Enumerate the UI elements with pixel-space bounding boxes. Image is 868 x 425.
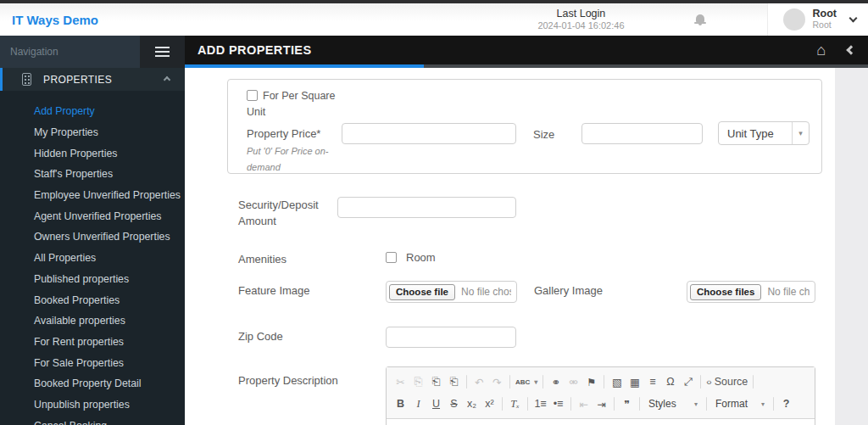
special-character-icon[interactable]: Ω <box>663 373 677 390</box>
sidebar-item[interactable]: Booked Property Detail <box>0 373 185 394</box>
toolbar-separator <box>614 397 615 411</box>
strikethrough-icon[interactable]: S <box>447 395 461 412</box>
choose-files-button[interactable]: Choose files <box>690 284 761 300</box>
outdent-icon[interactable]: ⇤ <box>576 395 591 412</box>
sidebar-item[interactable]: Booked Properties <box>0 289 185 310</box>
home-icon[interactable]: ⌂ <box>816 42 826 58</box>
format-dropdown[interactable]: Format <box>712 395 768 412</box>
sidebar-item[interactable]: Available properties <box>0 310 185 332</box>
numbered-list-icon[interactable]: 1≡ <box>533 395 548 412</box>
building-icon <box>22 73 31 86</box>
toolbar-separator <box>502 397 503 411</box>
app-header: IT Ways Demo Last Login 2024-01-04 16:02… <box>0 3 868 36</box>
sidebar-item[interactable]: My Properties <box>0 122 185 143</box>
sidebar-navigation-header: Navigation <box>0 36 140 68</box>
chevron-left-icon[interactable] <box>846 45 855 54</box>
choose-file-button[interactable]: Choose file <box>389 284 455 300</box>
dropdown-caret-icon <box>792 122 809 144</box>
sidebar-item[interactable]: Unpublish properties <box>0 394 185 416</box>
sidebar-item[interactable]: Add Property <box>0 101 185 122</box>
paste-from-word-icon[interactable]: ⎗ <box>447 373 461 390</box>
toolbar-separator <box>773 397 774 411</box>
indent-icon[interactable]: ⇥ <box>594 395 609 412</box>
sidebar-items: Add PropertyMy PropertiesHidden Properti… <box>0 91 185 425</box>
undo-icon[interactable]: ↶ <box>472 373 487 390</box>
sidebar-item[interactable]: For Sale Properties <box>0 352 185 373</box>
bell-icon[interactable] <box>694 14 706 25</box>
sidebar-toggle-button[interactable] <box>140 36 185 68</box>
bullet-list-icon[interactable]: •≡ <box>551 395 565 412</box>
last-login-label: Last Login <box>537 8 624 20</box>
redo-icon[interactable]: ↷ <box>490 373 504 390</box>
navigation-title: Navigation <box>10 46 58 58</box>
gallery-image-file-input[interactable]: Choose files No file chosen <box>687 281 815 303</box>
feature-image-file-input[interactable]: Choose file No file chosen <box>386 281 517 303</box>
unit-type-select[interactable]: Unit Type <box>718 121 810 145</box>
editor-toolbar-row-2: BIUSx₂x²Tₓ1≡•≡⇤⇥❞StylesFormat? <box>392 393 810 415</box>
italic-icon[interactable]: I <box>411 395 426 412</box>
zip-code-input[interactable] <box>386 327 516 348</box>
underline-icon[interactable]: U <box>429 395 443 412</box>
styles-dropdown[interactable]: Styles <box>645 395 701 412</box>
sidebar-item[interactable]: Published properties <box>0 269 185 290</box>
right-gutter <box>835 68 868 425</box>
main-content: For Per Square Unit Property Price* Put … <box>185 68 868 425</box>
deposit-input[interactable] <box>337 197 516 218</box>
sidebar-section-properties[interactable]: PROPERTIES <box>0 68 185 91</box>
file-status: No file chosen <box>767 286 810 298</box>
editor-toolbar: ✂⎘⎗⎗↶↷ABC⚭⚮⚑▧▦≡Ω⤢Source BIUSx₂x²Tₓ1≡•≡⇤⇥… <box>387 367 815 419</box>
chevron-down-icon <box>849 14 858 23</box>
checkbox-icon[interactable] <box>386 252 397 263</box>
size-label: Size <box>533 126 554 143</box>
link-icon[interactable]: ⚭ <box>548 373 563 390</box>
toolbar-separator <box>466 375 467 389</box>
sidebar-item[interactable]: Cancel Booking <box>0 415 185 425</box>
bold-icon[interactable]: B <box>393 395 408 412</box>
blockquote-icon[interactable]: ❞ <box>620 395 634 412</box>
zip-code-label: Zip Code <box>238 328 283 344</box>
user-name: Root <box>813 8 837 20</box>
sidebar-section-label: PROPERTIES <box>43 74 112 86</box>
about-icon[interactable]: ? <box>779 395 793 412</box>
source-button[interactable]: Source <box>706 373 748 390</box>
property-price-input[interactable] <box>342 123 516 144</box>
sidebar-item[interactable]: Staff's Properties <box>0 164 185 185</box>
horizontal-rule-icon[interactable]: ≡ <box>645 373 659 390</box>
checkbox-icon[interactable] <box>247 90 258 101</box>
remove-format-icon[interactable]: Tₓ <box>508 395 522 412</box>
sidebar-item[interactable]: For Rent properties <box>0 332 185 353</box>
amenity-room-label: Room <box>406 251 436 264</box>
page-header: ADD PROPERTIES ⌂ <box>185 36 868 68</box>
sidebar-item[interactable]: Hidden Properties <box>0 143 185 164</box>
file-status: No file chosen <box>461 286 511 298</box>
brand-logo[interactable]: IT Ways Demo <box>0 13 98 27</box>
hamburger-icon <box>155 51 170 53</box>
sidebar-item[interactable]: Employee Unverified Properties <box>0 185 185 206</box>
per-square-unit-checkbox[interactable]: For Per Square Unit <box>247 88 347 120</box>
cut-icon[interactable]: ✂ <box>393 373 408 390</box>
amenities-label: Amenities <box>238 251 287 267</box>
amenity-room-checkbox[interactable]: Room <box>386 251 436 264</box>
user-menu[interactable]: Root Root <box>767 3 868 36</box>
paste-icon[interactable]: ⎗ <box>429 373 443 390</box>
sidebar-item[interactable]: All Properties <box>0 248 185 269</box>
image-icon[interactable]: ▧ <box>609 373 624 390</box>
copy-icon[interactable]: ⎘ <box>411 373 426 390</box>
sidebar-item[interactable]: Agent Unverified Properties <box>0 205 185 226</box>
editor-content[interactable] <box>387 419 815 425</box>
toolbar-separator <box>527 397 528 411</box>
table-icon[interactable]: ▦ <box>627 373 642 390</box>
nav-row: Navigation ADD PROPERTIES ⌂ <box>0 36 868 68</box>
anchor-icon[interactable]: ⚑ <box>584 373 598 390</box>
subscript-icon[interactable]: x₂ <box>465 395 479 412</box>
sidebar-item[interactable]: Owners Unverified Properties <box>0 226 185 248</box>
toolbar-separator <box>753 375 754 389</box>
size-input[interactable] <box>581 123 703 144</box>
maximize-icon[interactable]: ⤢ <box>681 373 695 390</box>
unlink-icon[interactable]: ⚮ <box>566 373 581 390</box>
gallery-image-label: Gallery Image <box>534 282 603 299</box>
user-names: Root Root <box>813 8 837 31</box>
body: PROPERTIES Add PropertyMy PropertiesHidd… <box>0 68 868 425</box>
superscript-icon[interactable]: x² <box>482 395 497 412</box>
spellcheck-icon[interactable]: ABC <box>515 373 537 390</box>
